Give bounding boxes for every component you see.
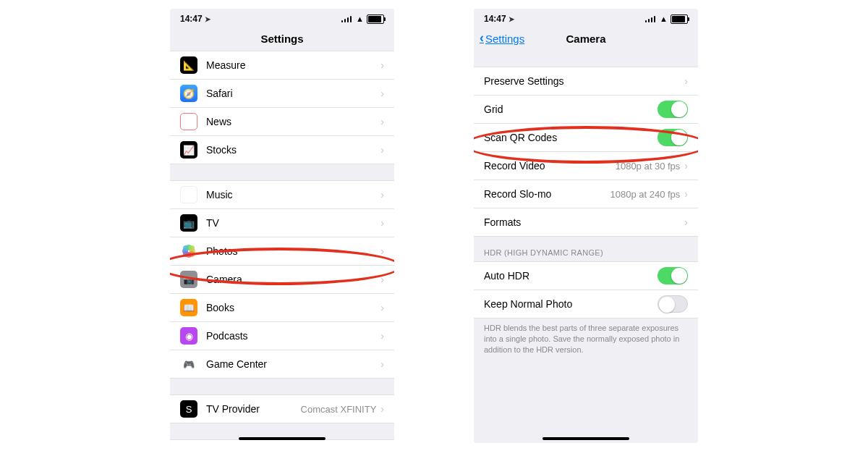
- tv-icon: 📺: [180, 214, 197, 232]
- home-indicator[interactable]: [542, 437, 629, 440]
- row-label: Game Center: [206, 358, 380, 370]
- phone-camera-settings: 14:47 ➤ ▲ ‹Settings Camera Preserve Sett…: [474, 9, 698, 443]
- status-bar: 14:47 ➤ ▲: [474, 9, 698, 26]
- safari-icon: 🧭: [180, 85, 197, 102]
- settings-row-news[interactable]: NNews›: [170, 108, 394, 136]
- settings-row-record-slo-mo[interactable]: Record Slo-mo1080p at 240 fps›: [474, 180, 698, 208]
- chevron-right-icon: ›: [380, 302, 384, 313]
- toggle-auto-hdr[interactable]: [658, 267, 688, 284]
- wifi-icon: ▲: [660, 14, 668, 23]
- row-label: Photos: [206, 245, 380, 257]
- stocks-icon: 📈: [180, 141, 197, 159]
- chevron-right-icon: ›: [380, 116, 384, 127]
- settings-row-grid[interactable]: Grid: [474, 96, 698, 124]
- photos-icon: [180, 242, 197, 260]
- chevron-right-icon: ›: [380, 144, 384, 156]
- row-label: Safari: [206, 88, 380, 99]
- row-label: TV Provider: [206, 403, 301, 415]
- back-button[interactable]: ‹Settings: [480, 31, 524, 46]
- settings-row-record-video[interactable]: Record Video1080p at 30 fps›: [474, 152, 698, 180]
- settings-list[interactable]: 📐Measure›🧭Safari›NNews›📈Stocks›♫Music›📺T…: [170, 51, 394, 443]
- settings-group: ♫Music›📺TV›Photos›📷Camera›📖Books›◉Podcas…: [170, 180, 394, 379]
- row-label: Keep Normal Photo: [484, 298, 658, 310]
- settings-row-formats[interactable]: Formats›: [474, 208, 698, 236]
- status-time: 14:47 ➤: [484, 14, 514, 24]
- chevron-right-icon: ›: [380, 274, 384, 285]
- signal-icon: [645, 15, 657, 22]
- signal-icon: [341, 15, 353, 22]
- location-icon: ➤: [509, 15, 514, 23]
- settings-row-books[interactable]: 📖Books›: [170, 294, 394, 322]
- settings-row-tv[interactable]: 📺TV›: [170, 209, 394, 237]
- row-label: Scan QR Codes: [484, 132, 658, 143]
- settings-row-measure[interactable]: 📐Measure›: [170, 51, 394, 80]
- settings-row-stocks[interactable]: 📈Stocks›: [170, 136, 394, 164]
- row-detail: Comcast XFINITY: [301, 404, 377, 415]
- navbar: ‹Settings Camera: [474, 26, 698, 51]
- settings-row-preserve-settings[interactable]: Preserve Settings›: [474, 67, 698, 96]
- settings-row-camera[interactable]: 📷Camera›: [170, 266, 394, 294]
- battery-icon: [671, 14, 688, 24]
- chevron-right-icon: ›: [684, 75, 688, 87]
- row-label: Preserve Settings: [484, 75, 684, 87]
- measure-icon: 📐: [180, 56, 197, 74]
- tv-provider-icon: S: [180, 400, 197, 418]
- settings-row-music[interactable]: ♫Music›: [170, 181, 394, 209]
- chevron-right-icon: ›: [380, 403, 384, 415]
- chevron-right-icon: ›: [380, 330, 384, 342]
- wifi-icon: ▲: [356, 14, 364, 23]
- camera-group-main: Preserve Settings›GridScan QR CodesRecor…: [474, 67, 698, 237]
- chevron-right-icon: ›: [380, 59, 384, 71]
- chevron-right-icon: ›: [380, 217, 384, 229]
- settings-row-scan-qr-codes[interactable]: Scan QR Codes: [474, 124, 698, 152]
- camera-icon: 📷: [180, 271, 197, 288]
- news-icon: N: [180, 113, 197, 130]
- location-icon: ➤: [205, 15, 210, 23]
- toggle-grid[interactable]: [658, 101, 688, 118]
- settings-row-tv-provider[interactable]: STV ProviderComcast XFINITY›: [170, 395, 394, 423]
- music-icon: ♫: [180, 186, 197, 203]
- settings-row-auto-hdr[interactable]: Auto HDR: [474, 262, 698, 290]
- camera-group-hdr: Auto HDRKeep Normal Photo: [474, 261, 698, 318]
- row-label: TV: [206, 217, 380, 229]
- battery-icon: [367, 14, 384, 24]
- settings-group: STV ProviderComcast XFINITY›: [170, 394, 394, 423]
- books-icon: 📖: [180, 299, 197, 316]
- camera-settings-list[interactable]: Preserve Settings›GridScan QR CodesRecor…: [474, 51, 698, 443]
- home-indicator[interactable]: [239, 437, 326, 440]
- podcasts-icon: ◉: [180, 327, 197, 345]
- row-label: Grid: [484, 104, 658, 115]
- chevron-right-icon: ›: [380, 189, 384, 200]
- group-spacer: [474, 51, 698, 67]
- settings-row-keep-normal-photo[interactable]: Keep Normal Photo: [474, 290, 698, 318]
- status-time: 14:47 ➤: [180, 14, 210, 24]
- row-label: Books: [206, 302, 380, 313]
- settings-row-game-center[interactable]: 🎮Game Center›: [170, 350, 394, 378]
- settings-row-safari[interactable]: 🧭Safari›: [170, 80, 394, 108]
- status-bar: 14:47 ➤ ▲: [170, 9, 394, 26]
- chevron-right-icon: ›: [684, 160, 688, 172]
- row-label: Measure: [206, 59, 380, 71]
- hdr-section-footer: HDR blends the best parts of three separ…: [474, 318, 698, 363]
- chevron-right-icon: ›: [684, 188, 688, 200]
- hdr-section-header: HDR (HIGH DYNAMIC RANGE): [474, 237, 698, 261]
- group-spacer: [170, 379, 394, 394]
- row-label: Record Slo-mo: [484, 188, 610, 200]
- toggle-keep-normal-photo[interactable]: [658, 295, 688, 313]
- status-indicators: ▲: [341, 14, 384, 24]
- row-label: Formats: [484, 216, 684, 228]
- toggle-scan-qr-codes[interactable]: [658, 129, 688, 146]
- settings-row-photos[interactable]: Photos›: [170, 237, 394, 266]
- settings-row-podcasts[interactable]: ◉Podcasts›: [170, 322, 394, 350]
- page-title: Settings: [260, 33, 303, 45]
- page-title: Camera: [566, 33, 605, 45]
- chevron-right-icon: ›: [380, 88, 384, 99]
- settings-group: 📐Measure›🧭Safari›NNews›📈Stocks›: [170, 51, 394, 164]
- chevron-right-icon: ›: [684, 216, 688, 228]
- row-detail: 1080p at 30 fps: [616, 161, 681, 172]
- settings-row-1blocker[interactable]: ①1Blocker›: [170, 440, 394, 443]
- group-spacer: [170, 164, 394, 180]
- row-label: Stocks: [206, 144, 380, 156]
- row-label: Podcasts: [206, 330, 380, 342]
- navbar: Settings: [170, 26, 394, 51]
